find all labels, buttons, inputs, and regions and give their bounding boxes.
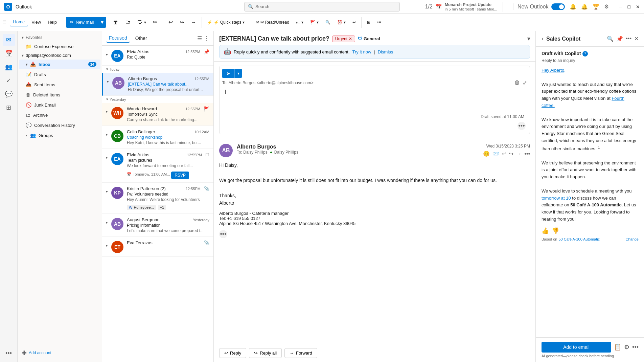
- tag-button[interactable]: 🏷▾: [293, 19, 306, 26]
- delete-button[interactable]: 🗑: [110, 18, 121, 27]
- body-more-btn[interactable]: •••: [219, 230, 227, 238]
- new-mail-main[interactable]: ✏ New mail: [66, 17, 98, 28]
- nav-chat[interactable]: 💬: [3, 88, 15, 100]
- nav-people[interactable]: 👥: [3, 61, 15, 73]
- read-unread-button[interactable]: ✉ ✉ Read/Unread: [253, 19, 292, 26]
- minimize-icon[interactable]: ─: [619, 4, 622, 9]
- speaker-icon[interactable]: 🔔: [570, 3, 576, 10]
- email-item-kristin[interactable]: ▸ KP Kristin Patterson (2) 12:55PM Fw: V…: [102, 183, 213, 214]
- tab-focused[interactable]: Focused: [106, 34, 130, 43]
- copy-icon[interactable]: 📋: [614, 343, 621, 351]
- email-item-colin[interactable]: ▸ CB Colin Ballinger 10:12AM Coaching wo…: [102, 126, 213, 149]
- search-people-button[interactable]: 🔍: [323, 19, 333, 26]
- mark-button[interactable]: ✏: [150, 18, 160, 27]
- flag-button[interactable]: 🚩▾: [307, 19, 321, 26]
- new-mail-button[interactable]: ✏ New mail ▾: [66, 17, 106, 28]
- copilot-close-icon[interactable]: ✕: [634, 36, 639, 42]
- sidebar-item-archive[interactable]: 🗂 Archive: [19, 110, 100, 120]
- filter-icon[interactable]: ☰: [197, 35, 202, 42]
- forward-button[interactable]: →: [188, 18, 199, 27]
- menu-home[interactable]: Home: [10, 18, 28, 26]
- sidebar-item-junk[interactable]: 🚫 Junk Email: [19, 100, 100, 110]
- maximize-icon[interactable]: □: [628, 4, 630, 9]
- thumbs-up-icon[interactable]: 👍: [542, 227, 549, 234]
- forward2-icon[interactable]: 📨: [492, 151, 499, 157]
- info-icon[interactable]: ?: [582, 51, 588, 56]
- footer-more-icon[interactable]: •••: [632, 344, 639, 351]
- copilot-try-link[interactable]: Try it now: [352, 49, 371, 54]
- collapse-icon[interactable]: ▾: [527, 36, 530, 42]
- sidebar-item-contoso[interactable]: 📁 Contoso Expensese: [19, 42, 100, 51]
- add-account-btn[interactable]: ➕ Add account: [18, 349, 102, 357]
- undo2-button[interactable]: ↩: [350, 19, 359, 26]
- copilot-search-icon[interactable]: 🔍: [607, 36, 614, 42]
- reply-body[interactable]: |: [222, 86, 527, 113]
- email-item-eva[interactable]: ▸ ET Eva Terrazas 📎: [102, 237, 213, 257]
- search-bar[interactable]: 🔍 Search: [244, 2, 400, 12]
- email-item-wanda[interactable]: ▸ WH Wanda Howard 12:55PM Tomorrow's Syn…: [102, 103, 213, 126]
- delete-compose-icon[interactable]: 🗑: [514, 80, 520, 86]
- sidebar-item-sent[interactable]: 📤 Sent Items: [19, 80, 100, 89]
- forward3-icon[interactable]: →: [516, 151, 522, 157]
- close-icon[interactable]: ✕: [636, 4, 640, 9]
- nav-mail[interactable]: ✉: [3, 34, 15, 46]
- view-options-icon[interactable]: ⋮: [204, 35, 209, 42]
- nav-tasks[interactable]: ✓: [3, 74, 15, 87]
- sidebar-item-inbox[interactable]: ▾ 📥 Inbox 14: [19, 60, 100, 69]
- new-outlook-toggle[interactable]: [551, 3, 565, 10]
- copilot-dismiss-link[interactable]: Dismiss: [378, 49, 393, 54]
- nav-more[interactable]: •••: [3, 347, 15, 359]
- sidebar-item-deleted[interactable]: 🗑 Deleted Items: [19, 90, 100, 99]
- more-options-button[interactable]: •••: [374, 19, 384, 26]
- remind-button[interactable]: ⏰▾: [335, 19, 348, 26]
- reply2-icon[interactable]: ↩: [502, 151, 506, 157]
- hamburger-menu[interactable]: ≡: [3, 19, 6, 26]
- reply-all2-icon[interactable]: ↪: [509, 151, 513, 157]
- nav-calendar[interactable]: 📅: [3, 47, 15, 60]
- tomorrow-link[interactable]: tomorrow at 10: [542, 196, 571, 201]
- change-btn[interactable]: Change: [625, 237, 639, 241]
- award-icon[interactable]: 🏆: [593, 3, 599, 10]
- nav-apps[interactable]: ⊞: [3, 101, 15, 114]
- adjust-icon[interactable]: ⚙: [624, 343, 629, 351]
- report-button[interactable]: 🛡▾: [135, 18, 149, 27]
- send-dropdown-button[interactable]: ▾: [234, 69, 242, 78]
- quick-steps-button[interactable]: ⚡ ⚡ Quick steps ▾: [205, 19, 247, 26]
- add-to-email-button[interactable]: Add to email: [542, 342, 611, 353]
- menu-view[interactable]: View: [28, 18, 44, 26]
- reply-all-button[interactable]: ↪: [177, 18, 187, 27]
- reply-all-btn[interactable]: ↪ Reply all: [249, 348, 282, 358]
- settings-icon[interactable]: ⚙: [604, 3, 609, 10]
- send-button[interactable]: ➤: [222, 69, 234, 78]
- bell-icon[interactable]: 🔔: [581, 3, 588, 10]
- sidebar-item-conversation-history[interactable]: 💬 Conversation History: [19, 120, 100, 130]
- forward-action-btn[interactable]: → Forward: [284, 348, 317, 358]
- menu-help[interactable]: Help: [44, 18, 60, 26]
- email-item-alberto[interactable]: ▸ AB Alberto Burgos 12:55PM [EXTERNAL] C…: [102, 73, 213, 96]
- reply-btn[interactable]: ↩ Reply: [219, 348, 246, 358]
- tab-other[interactable]: Other: [133, 34, 150, 42]
- account-header[interactable]: ▾ dphillips@contoso.com: [18, 51, 102, 59]
- new-mail-dropdown[interactable]: ▾: [98, 17, 106, 28]
- copilot-back-btn[interactable]: ‹: [542, 35, 544, 42]
- copilot-pin-icon[interactable]: 📌: [616, 36, 623, 42]
- email-item-august[interactable]: ▸ AB August Bergman Yesterday Pricing in…: [102, 214, 213, 237]
- undo-button[interactable]: ↩: [166, 18, 176, 27]
- email-list-header: Focused Other ☰ ⋮: [102, 31, 213, 46]
- emoji-icon[interactable]: 😊: [483, 151, 490, 157]
- rsvp-button[interactable]: RSVP: [171, 172, 189, 179]
- copilot-more-icon[interactable]: •••: [626, 36, 631, 42]
- urgent-close-icon[interactable]: ✕: [349, 37, 352, 41]
- email-item-pinned[interactable]: ▸ EA Elvia Atkins 12:55PM Re: Quote 📌: [102, 46, 213, 66]
- archive-button[interactable]: 🗂: [122, 18, 133, 27]
- based-on-link[interactable]: 50 Café A-100 Automatic: [558, 237, 600, 241]
- email-item-elvia2[interactable]: ▸ EA Elvia Atkins 12:55PM Team pictures …: [102, 149, 213, 183]
- more-email-icon[interactable]: •••: [524, 151, 530, 157]
- thumbs-down-icon[interactable]: 👎: [552, 227, 559, 234]
- expand-compose-icon[interactable]: ⤢: [523, 80, 527, 86]
- favorites-header[interactable]: ▾ Favorites: [18, 34, 102, 41]
- sidebar-item-drafts[interactable]: 📝 Drafts: [19, 70, 100, 79]
- compose-more-btn[interactable]: •••: [518, 122, 526, 130]
- view-button[interactable]: ⊞: [364, 19, 373, 26]
- sidebar-item-groups[interactable]: ▸ 👥 Groups: [19, 131, 100, 140]
